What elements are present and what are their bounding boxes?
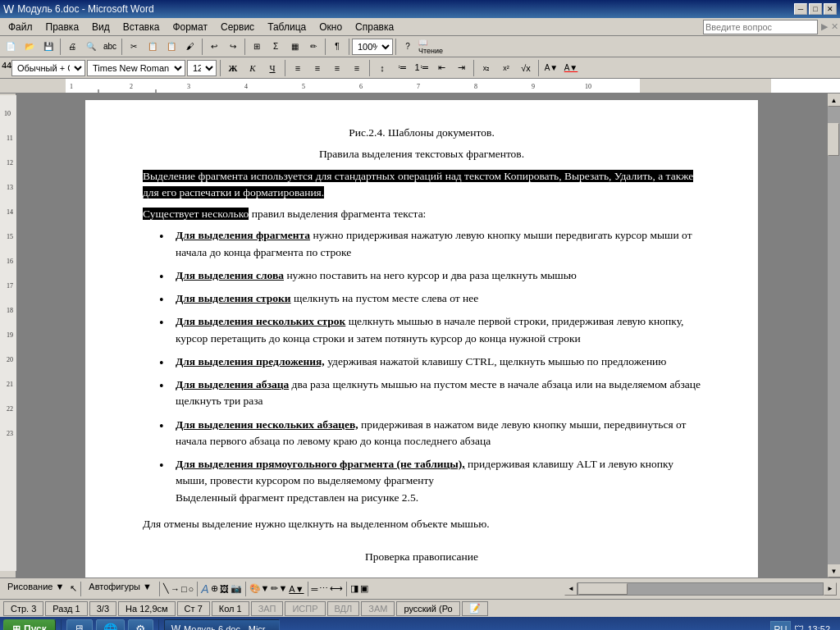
show-formatting-button[interactable]: ¶ [328, 38, 346, 56]
print-button[interactable]: 🖨 [63, 38, 81, 56]
quick-launch-settings[interactable]: ⚙ [128, 619, 153, 630]
increase-indent-button[interactable]: ⇥ [452, 60, 470, 76]
line-tool-icon[interactable]: ╲ [163, 583, 169, 594]
bullets-button[interactable]: ≔ [393, 60, 411, 76]
quick-launch-browser[interactable]: 🌐 [96, 619, 125, 630]
svg-text:4: 4 [244, 83, 248, 90]
numbering-button[interactable]: 1≔ [413, 60, 431, 76]
font-color-button[interactable]: A▼ [562, 60, 580, 76]
menu-file[interactable]: Файл [2, 20, 39, 34]
print-preview-button[interactable]: 🔍 [82, 38, 100, 56]
autoshapes-button[interactable]: Автофигуры ▼ [84, 581, 156, 597]
scroll-left-button[interactable]: ◄ [564, 582, 578, 596]
decrease-indent-button[interactable]: ⇤ [432, 60, 450, 76]
menu-view[interactable]: Вид [85, 20, 116, 34]
arrow-style-icon[interactable]: ⟷ [330, 583, 343, 594]
formula-button[interactable]: √x [517, 60, 535, 76]
scroll-down-button[interactable]: ▼ [828, 564, 841, 578]
style-select[interactable]: Обычный + Спе [11, 60, 85, 76]
clipart-icon[interactable]: 🖼 [220, 584, 229, 594]
menu-insert[interactable]: Вставка [116, 20, 167, 34]
arrow-tool-icon[interactable]: → [171, 584, 180, 594]
bullet-item-1: Для выделения фрагмента нужно придержива… [159, 227, 701, 261]
underline-button[interactable]: Ч [263, 60, 281, 76]
indent-decrease-icon[interactable]: ⁴⁴ [2, 60, 11, 75]
taskbar-right-area: RU 🛡 13:52 [764, 617, 837, 630]
3d-icon[interactable]: ▣ [360, 583, 368, 594]
font-color-draw-icon[interactable]: A▼ [289, 584, 304, 594]
menu-window[interactable]: Окно [313, 20, 349, 34]
superscript-button[interactable]: x² [497, 60, 515, 76]
minimize-button[interactable]: ─ [794, 3, 807, 15]
drawing-button[interactable]: ✏ [304, 38, 322, 56]
zoom-select[interactable]: 100% [352, 39, 393, 55]
italic-button[interactable]: К [244, 60, 262, 76]
bullet-item-5: Для выделения предложения, удерживая наж… [159, 354, 701, 370]
scroll-track[interactable] [828, 107, 841, 564]
wordart-icon[interactable]: A [201, 582, 208, 596]
font-size-select[interactable]: 12 [187, 60, 217, 76]
h-scroll-thumb[interactable] [578, 583, 628, 595]
highlight-button[interactable]: A▼ [542, 60, 560, 76]
fill-color-icon[interactable]: 🎨▼ [249, 583, 270, 594]
menu-tools[interactable]: Сервис [214, 20, 261, 34]
line-style-icon[interactable]: ═ [312, 584, 318, 594]
quick-launch-desktop[interactable]: 🖥 [66, 619, 93, 630]
oval-tool-icon[interactable]: ○ [189, 584, 194, 594]
svg-text:11: 11 [7, 135, 13, 142]
word-taskbar-button[interactable]: W Модуль 6.doc - Micr... [164, 619, 280, 630]
svg-text:12: 12 [7, 159, 13, 167]
h-scroll-track[interactable] [578, 582, 824, 596]
search-go-button[interactable]: ▶ [821, 21, 828, 32]
drawing-menu-button[interactable]: Рисование ▼ [3, 581, 68, 597]
help-button[interactable]: ? [399, 38, 417, 56]
cut-button[interactable]: ✂ [125, 38, 143, 56]
subscript-button[interactable]: x₂ [477, 60, 495, 76]
bold-button[interactable]: Ж [224, 60, 242, 76]
format-painter-button[interactable]: 🖌 [181, 38, 199, 56]
rect-tool-icon[interactable]: □ [181, 584, 187, 594]
diagram-icon[interactable]: ⊕ [211, 583, 218, 594]
undo-button[interactable]: ↩ [205, 38, 223, 56]
scroll-thumb[interactable] [828, 123, 839, 156]
insert-excel-button[interactable]: Σ [267, 38, 285, 56]
horizontal-scrollbar[interactable]: ◄ ► [564, 582, 837, 596]
open-button[interactable]: 📂 [21, 38, 39, 56]
close-button[interactable]: ✕ [824, 3, 837, 15]
picture-icon[interactable]: 📷 [231, 583, 242, 594]
save-button[interactable]: 💾 [39, 38, 57, 56]
redo-button[interactable]: ↪ [224, 38, 242, 56]
shadow-icon[interactable]: ◨ [350, 583, 358, 594]
search-input[interactable] [703, 20, 818, 34]
scroll-up-button[interactable]: ▲ [828, 94, 841, 107]
menu-format[interactable]: Формат [166, 20, 214, 34]
document-scroll-area[interactable]: Рис.2.4. Шаблоны документов. Правила выд… [16, 94, 827, 578]
align-center-button[interactable]: ≡ [308, 60, 326, 76]
insert-table-button[interactable]: ⊞ [248, 38, 266, 56]
align-right-button[interactable]: ≡ [328, 60, 346, 76]
scroll-right-button[interactable]: ► [824, 582, 837, 596]
new-button[interactable]: 📄 [2, 38, 20, 56]
align-justify-button[interactable]: ≡ [348, 60, 366, 76]
menu-edit[interactable]: Правка [39, 20, 86, 34]
vertical-scrollbar[interactable]: ▲ ▼ [827, 94, 840, 578]
close-search-icon[interactable]: ✕ [831, 21, 838, 32]
draw-arrow-icon[interactable]: ↖ [70, 583, 77, 594]
language-button[interactable]: RU [770, 621, 792, 630]
paste-button[interactable]: 📋 [162, 38, 180, 56]
dash-style-icon[interactable]: ⋯ [319, 583, 328, 594]
cancel-text: Для отмены выделение нужно щелкнуть на в… [143, 516, 701, 532]
menu-table[interactable]: Таблица [261, 20, 313, 34]
columns-button[interactable]: ▦ [285, 38, 304, 56]
reading-mode-button[interactable]: 📖Чтение [418, 38, 450, 56]
line-spacing-button[interactable]: ↕ [373, 60, 391, 76]
line-color-icon[interactable]: ✏▼ [271, 583, 287, 594]
start-button[interactable]: ⊞ Пуск [3, 619, 56, 630]
font-select[interactable]: Times New Roman [87, 60, 185, 76]
menu-help[interactable]: Справка [349, 20, 400, 34]
spell-check-button[interactable]: abc [101, 38, 119, 56]
align-left-button[interactable]: ≡ [289, 60, 307, 76]
maximize-button[interactable]: □ [809, 3, 822, 15]
copy-button[interactable]: 📋 [144, 38, 162, 56]
footer-title: Проверка правописание [143, 549, 701, 565]
